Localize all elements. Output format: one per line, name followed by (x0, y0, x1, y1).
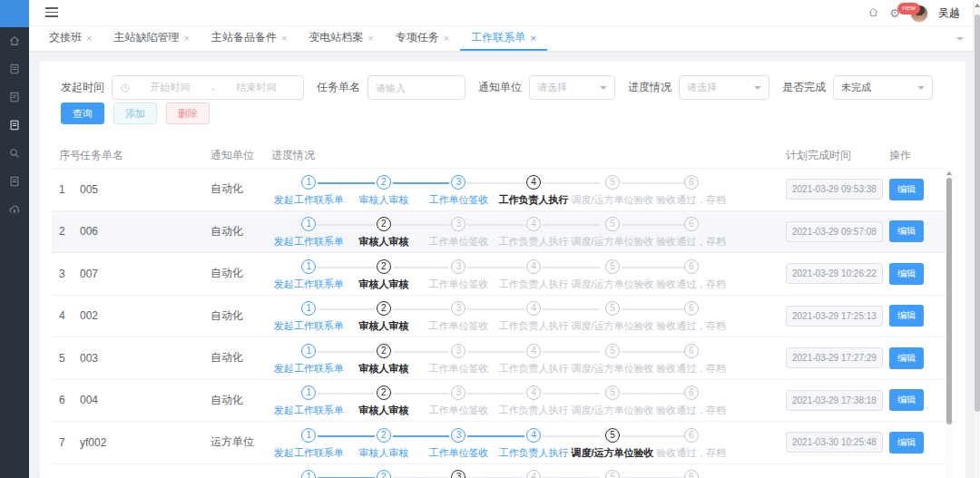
step-label: 审核人审核 (347, 362, 422, 376)
close-icon[interactable]: × (444, 33, 449, 44)
document-icon[interactable] (7, 174, 22, 189)
planned-date: 2021-03-29 09:53:38 (786, 179, 883, 200)
tab-substation-archive[interactable]: 变电站档案 × (298, 26, 384, 51)
table-row[interactable]: 4 002 自动化 1发起工作联系单2审核人审核3工作单位签收4工作负责人执行5… (52, 296, 946, 338)
progress-step: 2审核人审核 (347, 301, 422, 333)
step-number: 2 (377, 259, 391, 274)
edit-button[interactable]: 编辑 (889, 432, 924, 454)
settings-gear-icon[interactable]: ⚙ new (889, 7, 900, 20)
row-notify-unit: 自动化 (211, 266, 271, 281)
step-number: 4 (526, 259, 541, 274)
edit-button[interactable]: 编辑 (889, 179, 924, 200)
planned-date: 2021-03-29 17:38:18 (786, 390, 883, 411)
row-seq: 5 (52, 352, 80, 365)
tab-work-contact-sheet[interactable]: 工作联系单 × (460, 26, 546, 51)
page-scrollbar-thumb[interactable] (975, 15, 980, 412)
edit-button[interactable]: 编辑 (889, 305, 924, 327)
step-number: 5 (605, 385, 620, 400)
step-label: 审核人审核 (347, 235, 422, 249)
progress-step: 4工作负责人执行 (496, 217, 572, 249)
scroll-up-arrow-icon[interactable] (946, 171, 952, 175)
progress-step: 3工作单位签收 (421, 428, 496, 460)
delete-button[interactable]: 删除 (166, 102, 210, 124)
home-icon[interactable] (867, 6, 879, 20)
step-label: 验收通过，存档 (653, 446, 729, 460)
step-number: 2 (377, 175, 391, 190)
query-button[interactable]: 查询 (61, 102, 104, 124)
progress-select[interactable]: 请选择 (679, 75, 769, 100)
chevron-down-icon (917, 86, 925, 90)
tab-handover[interactable]: 交接班 × (38, 26, 103, 51)
add-button[interactable]: 添加 (113, 102, 157, 124)
table-row[interactable]: 3 007 自动化 1发起工作联系单2审核人审核3工作单位签收4工作负责人执行5… (52, 253, 946, 296)
scroll-up-arrow-icon[interactable] (975, 4, 980, 7)
step-number: 1 (301, 175, 316, 190)
progress-steps: 1发起工作联系单2审核人审核3工作单位签收4工作负责人执行5调度/运方单位验收6… (271, 467, 729, 478)
table-row[interactable]: 6 004 自动化 1发起工作联系单2审核人审核3工作单位签收4工作负责人执行5… (52, 380, 946, 423)
progress-step: 5调度/运方单位验收 (571, 344, 653, 376)
hamburger-menu-icon[interactable] (45, 7, 58, 18)
date-range-picker[interactable]: 开始时间 - 结束时间 (112, 75, 304, 100)
progress-step: 3工作单位签收 (421, 301, 496, 333)
close-icon[interactable]: × (530, 33, 535, 44)
table-scrollbar-thumb[interactable] (946, 178, 952, 424)
progress-step: 5调度/运方单位验收 (571, 385, 653, 417)
step-number: 3 (451, 175, 466, 190)
tab-special-task[interactable]: 专项任务 × (385, 26, 460, 51)
close-icon[interactable]: × (183, 33, 189, 44)
tab-bar: 交接班 × 主站缺陷管理 × 主站备品备件 × 变电站档案 × 专项任务 × 工… (29, 26, 973, 52)
task-table: 序号 任务单名 通知单位 进度情况 计划完成时间 操作 1 005 自动化 1发… (52, 143, 946, 478)
logo-block[interactable] (0, 0, 29, 27)
step-label: 发起工作联系单 (271, 362, 347, 376)
table-scrollbar[interactable] (946, 169, 953, 478)
step-label: 工作单位签收 (421, 404, 496, 417)
edit-button[interactable]: 编辑 (889, 263, 924, 285)
col-seq: 序号 (52, 148, 80, 163)
table-row[interactable]: 5 003 自动化 1发起工作联系单2审核人审核3工作单位签收4工作负责人执行5… (52, 337, 946, 380)
step-label: 审核人审核 (347, 446, 422, 460)
step-label: 验收通过，存档 (653, 404, 729, 417)
progress-step: 1发起工作联系单 (271, 259, 347, 291)
table-row[interactable]: 1发起工作联系单2审核人审核3工作单位签收4工作负责人执行5调度/运方单位验收6… (52, 464, 946, 478)
close-icon[interactable]: × (86, 33, 92, 44)
tab-defect-management[interactable]: 主站缺陷管理 × (103, 26, 200, 51)
tab-spare-parts[interactable]: 主站备品备件 × (201, 26, 298, 51)
close-icon[interactable]: × (368, 33, 373, 44)
progress-steps: 1发起工作联系单2审核人审核3工作单位签收4工作负责人执行5调度/运方单位验收6… (271, 298, 729, 333)
close-icon[interactable]: × (281, 33, 287, 44)
document-icon[interactable] (7, 90, 22, 104)
cloud-upload-icon[interactable] (7, 202, 22, 217)
step-number: 3 (451, 428, 466, 443)
step-label: 验收通过，存档 (653, 193, 729, 207)
progress-step: 3工作单位签收 (421, 385, 496, 417)
edit-button[interactable]: 编辑 (889, 220, 924, 242)
col-task-name: 任务单名 (80, 148, 211, 163)
row-task-name: 002 (80, 309, 211, 322)
edit-button[interactable]: 编辑 (889, 347, 924, 369)
progress-step: 6验收通过，存档 (653, 428, 729, 460)
search-icon[interactable] (7, 146, 22, 161)
task-name-input[interactable] (368, 75, 466, 100)
row-seq: 3 (52, 268, 80, 280)
step-label: 工作单位签收 (421, 193, 496, 207)
planned-date: 2021-03-30 10:25:48 (786, 432, 883, 453)
progress-step: 5调度/运方单位验收 (571, 301, 653, 333)
step-number: 6 (684, 470, 699, 478)
edit-button[interactable]: 编辑 (889, 389, 924, 411)
sidebar (0, 0, 29, 478)
document-icon[interactable] (7, 62, 22, 76)
table-row[interactable]: 7 yf002 运方单位 1发起工作联系单2审核人审核3工作单位签收4工作负责人… (52, 422, 946, 464)
notify-unit-select[interactable]: 请选择 (529, 75, 615, 100)
document-icon[interactable] (7, 118, 22, 132)
step-label: 审核人审核 (347, 278, 422, 291)
table-row[interactable]: 2 006 自动化 1发起工作联系单2审核人审核3工作单位签收4工作负责人执行5… (52, 211, 946, 254)
step-label: 工作负责人执行 (496, 278, 572, 291)
page-scrollbar[interactable] (973, 0, 980, 478)
clock-icon (120, 83, 131, 93)
home-icon[interactable] (7, 34, 22, 48)
table-row[interactable]: 1 005 自动化 1发起工作联系单2审核人审核3工作单位签收4工作负责人执行5… (52, 169, 946, 211)
table-header: 序号 任务单名 通知单位 进度情况 计划完成时间 操作 (52, 143, 946, 169)
is-complete-select[interactable]: 未完成 (833, 75, 933, 100)
row-notify-unit: 自动化 (211, 224, 271, 239)
chevron-down-icon[interactable] (955, 34, 965, 44)
